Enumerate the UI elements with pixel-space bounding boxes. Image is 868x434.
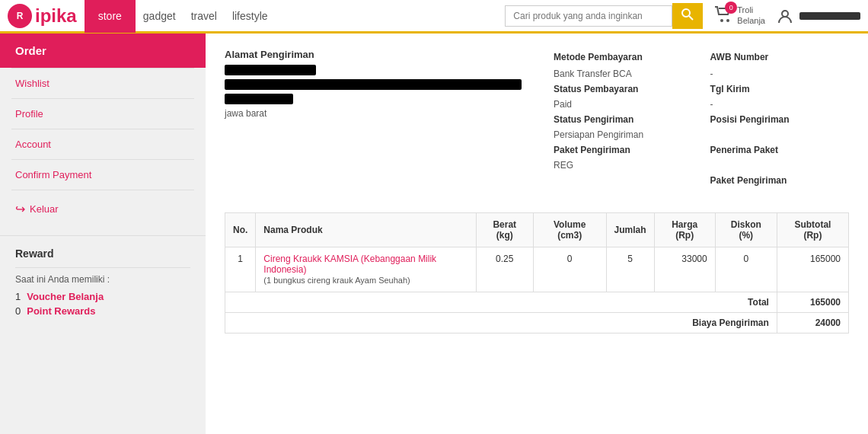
reward-section: Reward Saat ini Anda memiliki : 1 Vouche… [0,235,206,331]
paket-value: REG [554,158,709,172]
payment-method-header: Metode Pembayaran [554,50,709,65]
cell-diskon: 0 [715,247,777,292]
cart-label: Troli Belanja [737,5,765,25]
sidebar-item-account[interactable]: Account [0,129,206,159]
address-region: jawa barat [225,108,522,119]
header: R ipika store gadget travel lifestyle 0 [0,0,868,34]
col-no: No. [225,213,256,247]
redacted-name [225,65,316,75]
svg-point-6 [782,11,788,17]
search-input[interactable] [505,5,672,27]
penerima-value [710,158,847,172]
tgl-kirim-value: - [710,97,847,111]
biaya-row: Biaya Pengiriman 24000 [225,313,849,333]
reward-divider [15,267,190,268]
voucher-count: 1 [15,291,21,302]
reward-points-row: 0 Point Rewards [15,305,190,317]
payment-status-value: Paid [554,97,709,111]
cart-area[interactable]: 0 Troli Belanja [714,5,765,25]
logout-icon: ↪ [15,202,25,216]
redacted-address [225,79,522,90]
posisi-value [710,128,847,142]
delivery-status-label: Status Pengiriman [554,113,709,126]
svg-text:R: R [17,11,24,21]
tgl-kirim-label: Tgl Kirim [710,82,847,96]
cell-harga: 33000 [654,247,715,292]
search-button[interactable] [672,3,703,29]
awb-value: - [710,67,847,81]
main-layout: Order Wishlist Profile Account Confirm P… [0,34,868,434]
awb-header: AWB Number [710,50,847,65]
points-label: Point Rewards [27,305,95,317]
nav-travel[interactable]: travel [191,10,217,22]
reward-text: Saat ini Anda memiliki : [15,274,190,285]
address-title: Alamat Pengiriman [225,49,522,60]
redacted-zip [225,94,293,104]
user-icon [777,8,793,24]
cell-nama: Cireng Kraukk KAMSIA (Kebanggaan Milik I… [256,247,476,292]
svg-point-5 [726,19,729,22]
total-value: 165000 [777,292,848,313]
logo[interactable]: R ipika [8,4,77,28]
search-area [505,3,703,29]
col-harga: Harga (Rp) [654,213,715,247]
info-grid: Alamat Pengiriman jawa barat Metode Pemb… [225,49,849,193]
cart-icon-wrap: 0 [714,6,732,25]
cell-jumlah: 5 [606,247,654,292]
col-diskon: Diskon (%) [715,213,777,247]
col-volume: Volume (cm3) [533,213,606,247]
payment-method-value: Bank Transfer BCA [554,67,709,81]
delivery-status-value: Persiapan Pengiriman [554,128,709,142]
points-count: 0 [15,305,21,317]
order-table: No. Nama Produk Berat (kg) Volume (cm3) … [225,212,849,333]
voucher-label: Voucher Belanja [27,291,104,302]
cell-berat: 0.25 [476,247,533,292]
col-berat: Berat (kg) [476,213,533,247]
cart-badge: 0 [725,2,737,14]
col-jumlah: Jumlah [606,213,654,247]
sidebar: Order Wishlist Profile Account Confirm P… [0,34,206,434]
sidebar-item-wishlist[interactable]: Wishlist [0,69,206,98]
sidebar-item-confirm-payment[interactable]: Confirm Payment [0,160,206,190]
reward-voucher-row: 1 Voucher Belanja [15,291,190,302]
sidebar-item-profile[interactable]: Profile [0,99,206,129]
sidebar-order[interactable]: Order [0,34,206,68]
user-bar [799,12,860,20]
nav-lifestyle[interactable]: lifestyle [232,10,268,22]
biaya-label: Biaya Pengiriman [225,313,777,333]
paket-pengiriman-value [710,189,847,192]
paket-label: Paket Pengiriman [554,143,709,157]
nav-store[interactable]: store [85,0,136,33]
svg-point-4 [720,19,723,22]
address-section: Alamat Pengiriman jawa barat [225,49,522,193]
nav-gadget[interactable]: gadget [143,10,176,22]
nav-links: gadget travel lifestyle [143,10,505,22]
col-nama: Nama Produk [256,213,476,247]
reward-title: Reward [15,247,190,260]
paket-pengiriman-label: Paket Pengiriman [710,174,847,187]
cell-subtotal: 165000 [777,247,848,292]
total-label: Total [225,292,777,313]
logo-icon: R [8,4,32,28]
payment-info-table: Metode Pembayaran AWB Number Bank Transf… [552,49,849,193]
payment-info-section: Metode Pembayaran AWB Number Bank Transf… [552,49,849,193]
product-sub: (1 bungkus cireng krauk Ayam Seuhah) [263,276,410,285]
payment-status-label: Status Pembayaran [554,82,709,96]
total-row: Total 165000 [225,292,849,313]
cell-volume: 0 [533,247,606,292]
logo-text: ipika [35,5,77,27]
svg-point-2 [682,9,690,17]
col-subtotal: Subtotal (Rp) [777,213,848,247]
product-name-link[interactable]: Cireng Kraukk KAMSIA (Kebanggaan Milik I… [263,254,436,275]
table-row: 1 Cireng Kraukk KAMSIA (Kebanggaan Milik… [225,247,849,292]
biaya-value: 24000 [777,313,848,333]
cell-no: 1 [225,247,256,292]
content: Alamat Pengiriman jawa barat Metode Pemb… [206,34,868,434]
svg-line-3 [689,16,693,20]
posisi-label: Posisi Pengiriman [710,113,847,126]
user-area[interactable] [777,8,860,24]
sidebar-logout[interactable]: ↪ Keluar [0,190,206,228]
penerima-label: Penerima Paket [710,143,847,157]
